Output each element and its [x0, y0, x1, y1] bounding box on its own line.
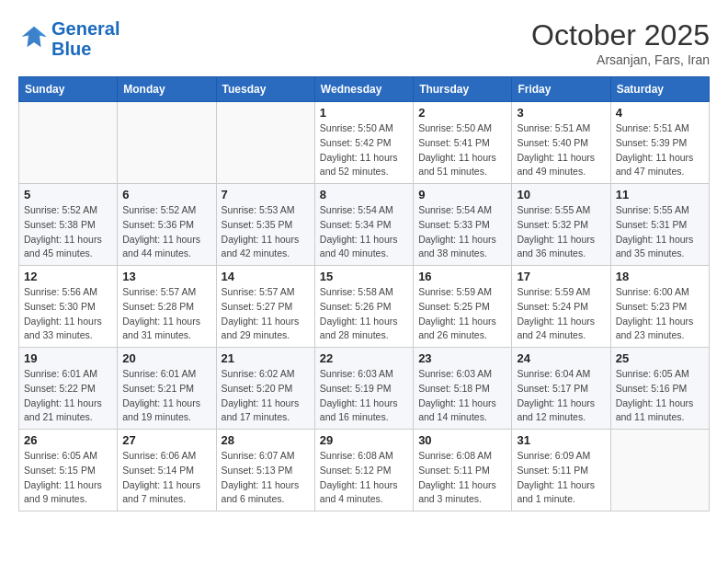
calendar-cell: 6Sunrise: 5:52 AM Sunset: 5:36 PM Daylig…: [118, 184, 216, 266]
day-number: 13: [122, 270, 210, 283]
weekday-header: Sunday: [19, 77, 118, 102]
calendar-week-row: 1Sunrise: 5:50 AM Sunset: 5:42 PM Daylig…: [19, 102, 710, 184]
day-number: 31: [517, 433, 605, 447]
calendar-cell: 21Sunrise: 6:02 AM Sunset: 5:20 PM Dayli…: [216, 348, 314, 430]
calendar-cell: 4Sunrise: 5:51 AM Sunset: 5:39 PM Daylig…: [610, 102, 709, 184]
day-number: 18: [616, 270, 704, 283]
day-number: 30: [418, 433, 506, 447]
calendar-cell: 31Sunrise: 6:09 AM Sunset: 5:11 PM Dayli…: [512, 430, 610, 511]
calendar-week-row: 19Sunrise: 6:01 AM Sunset: 5:22 PM Dayli…: [19, 348, 710, 430]
day-number: 9: [418, 188, 506, 201]
day-number: 19: [24, 351, 112, 365]
calendar-cell: 15Sunrise: 5:58 AM Sunset: 5:26 PM Dayli…: [314, 266, 413, 348]
day-info: Sunrise: 6:09 AM Sunset: 5:11 PM Dayligh…: [517, 449, 605, 507]
calendar-cell: 30Sunrise: 6:08 AM Sunset: 5:11 PM Dayli…: [414, 430, 512, 511]
calendar-cell: [216, 102, 314, 184]
day-number: 5: [24, 188, 112, 201]
day-number: 26: [24, 433, 112, 447]
logo-icon: [20, 23, 48, 51]
day-info: Sunrise: 6:00 AM Sunset: 5:23 PM Dayligh…: [616, 285, 704, 343]
day-number: 8: [320, 188, 408, 201]
day-number: 20: [122, 351, 210, 365]
day-info: Sunrise: 5:59 AM Sunset: 5:24 PM Dayligh…: [517, 285, 605, 343]
day-info: Sunrise: 5:57 AM Sunset: 5:28 PM Dayligh…: [122, 285, 210, 343]
calendar-cell: 13Sunrise: 5:57 AM Sunset: 5:28 PM Dayli…: [118, 266, 216, 348]
title-block: October 2025 Arsanjan, Fars, Iran: [531, 18, 710, 67]
day-info: Sunrise: 5:54 AM Sunset: 5:34 PM Dayligh…: [320, 203, 408, 261]
day-info: Sunrise: 6:03 AM Sunset: 5:19 PM Dayligh…: [320, 367, 408, 425]
day-number: 4: [616, 106, 704, 120]
day-info: Sunrise: 5:58 AM Sunset: 5:26 PM Dayligh…: [320, 285, 408, 343]
day-number: 23: [418, 351, 506, 365]
calendar-cell: 11Sunrise: 5:55 AM Sunset: 5:31 PM Dayli…: [610, 184, 709, 266]
day-info: Sunrise: 6:08 AM Sunset: 5:11 PM Dayligh…: [418, 449, 506, 507]
day-number: 25: [616, 351, 704, 365]
day-number: 27: [122, 433, 210, 447]
day-number: 14: [222, 270, 310, 283]
day-number: 22: [320, 351, 408, 365]
day-info: Sunrise: 6:06 AM Sunset: 5:14 PM Dayligh…: [122, 449, 210, 507]
day-info: Sunrise: 5:50 AM Sunset: 5:41 PM Dayligh…: [418, 121, 506, 179]
day-info: Sunrise: 6:01 AM Sunset: 5:21 PM Dayligh…: [122, 367, 210, 425]
day-info: Sunrise: 6:08 AM Sunset: 5:12 PM Dayligh…: [320, 449, 408, 507]
day-info: Sunrise: 5:51 AM Sunset: 5:39 PM Dayligh…: [616, 121, 704, 179]
calendar-cell: 5Sunrise: 5:52 AM Sunset: 5:38 PM Daylig…: [19, 184, 118, 266]
calendar-cell: 23Sunrise: 6:03 AM Sunset: 5:18 PM Dayli…: [414, 348, 512, 430]
calendar-cell: 10Sunrise: 5:55 AM Sunset: 5:32 PM Dayli…: [512, 184, 610, 266]
day-number: 15: [320, 270, 408, 283]
svg-marker-0: [22, 27, 47, 48]
day-info: Sunrise: 6:05 AM Sunset: 5:15 PM Dayligh…: [24, 449, 112, 507]
calendar-cell: 7Sunrise: 5:53 AM Sunset: 5:35 PM Daylig…: [216, 184, 314, 266]
day-info: Sunrise: 5:51 AM Sunset: 5:40 PM Dayligh…: [517, 121, 605, 179]
calendar-cell: 8Sunrise: 5:54 AM Sunset: 5:34 PM Daylig…: [314, 184, 413, 266]
calendar-table: SundayMondayTuesdayWednesdayThursdayFrid…: [18, 76, 710, 511]
day-info: Sunrise: 6:05 AM Sunset: 5:16 PM Dayligh…: [616, 367, 704, 425]
calendar-cell: 28Sunrise: 6:07 AM Sunset: 5:13 PM Dayli…: [216, 430, 314, 511]
calendar-cell: 26Sunrise: 6:05 AM Sunset: 5:15 PM Dayli…: [19, 430, 118, 511]
calendar-cell: 9Sunrise: 5:54 AM Sunset: 5:33 PM Daylig…: [414, 184, 512, 266]
day-number: 16: [418, 270, 506, 283]
calendar-cell: 2Sunrise: 5:50 AM Sunset: 5:41 PM Daylig…: [414, 102, 512, 184]
calendar-week-row: 26Sunrise: 6:05 AM Sunset: 5:15 PM Dayli…: [19, 430, 710, 511]
day-info: Sunrise: 6:02 AM Sunset: 5:20 PM Dayligh…: [222, 367, 310, 425]
weekday-header: Monday: [118, 77, 216, 102]
day-number: 10: [517, 188, 605, 201]
day-number: 3: [517, 106, 605, 120]
day-info: Sunrise: 6:03 AM Sunset: 5:18 PM Dayligh…: [418, 367, 506, 425]
day-info: Sunrise: 5:52 AM Sunset: 5:38 PM Dayligh…: [24, 203, 112, 261]
day-number: 2: [418, 106, 506, 120]
day-number: 7: [222, 188, 310, 201]
calendar-cell: 25Sunrise: 6:05 AM Sunset: 5:16 PM Dayli…: [610, 348, 709, 430]
calendar-cell: 22Sunrise: 6:03 AM Sunset: 5:19 PM Dayli…: [314, 348, 413, 430]
day-info: Sunrise: 5:52 AM Sunset: 5:36 PM Dayligh…: [122, 203, 210, 261]
calendar-header-row: SundayMondayTuesdayWednesdayThursdayFrid…: [19, 77, 710, 102]
day-info: Sunrise: 6:01 AM Sunset: 5:22 PM Dayligh…: [24, 367, 112, 425]
calendar-cell: 12Sunrise: 5:56 AM Sunset: 5:30 PM Dayli…: [19, 266, 118, 348]
day-number: 1: [320, 106, 408, 120]
day-number: 24: [517, 351, 605, 365]
calendar-cell: 24Sunrise: 6:04 AM Sunset: 5:17 PM Dayli…: [512, 348, 610, 430]
calendar-cell: 1Sunrise: 5:50 AM Sunset: 5:42 PM Daylig…: [314, 102, 413, 184]
day-info: Sunrise: 5:53 AM Sunset: 5:35 PM Dayligh…: [222, 203, 310, 261]
month-title: October 2025: [531, 18, 710, 52]
weekday-header: Wednesday: [314, 77, 413, 102]
day-info: Sunrise: 6:07 AM Sunset: 5:13 PM Dayligh…: [222, 449, 310, 507]
day-info: Sunrise: 6:04 AM Sunset: 5:17 PM Dayligh…: [517, 367, 605, 425]
day-number: 17: [517, 270, 605, 283]
weekday-header: Thursday: [414, 77, 512, 102]
calendar-week-row: 12Sunrise: 5:56 AM Sunset: 5:30 PM Dayli…: [19, 266, 710, 348]
weekday-header: Saturday: [610, 77, 709, 102]
logo-text: General Blue: [51, 18, 119, 59]
calendar-cell: 27Sunrise: 6:06 AM Sunset: 5:14 PM Dayli…: [118, 430, 216, 511]
calendar-cell: [19, 102, 118, 184]
calendar-cell: 17Sunrise: 5:59 AM Sunset: 5:24 PM Dayli…: [512, 266, 610, 348]
logo: General Blue: [18, 18, 119, 59]
weekday-header: Tuesday: [216, 77, 314, 102]
day-info: Sunrise: 5:55 AM Sunset: 5:31 PM Dayligh…: [616, 203, 704, 261]
calendar-cell: 14Sunrise: 5:57 AM Sunset: 5:27 PM Dayli…: [216, 266, 314, 348]
day-number: 11: [616, 188, 704, 201]
calendar-cell: 18Sunrise: 6:00 AM Sunset: 5:23 PM Dayli…: [610, 266, 709, 348]
day-number: 29: [320, 433, 408, 447]
calendar-week-row: 5Sunrise: 5:52 AM Sunset: 5:38 PM Daylig…: [19, 184, 710, 266]
day-number: 6: [122, 188, 210, 201]
